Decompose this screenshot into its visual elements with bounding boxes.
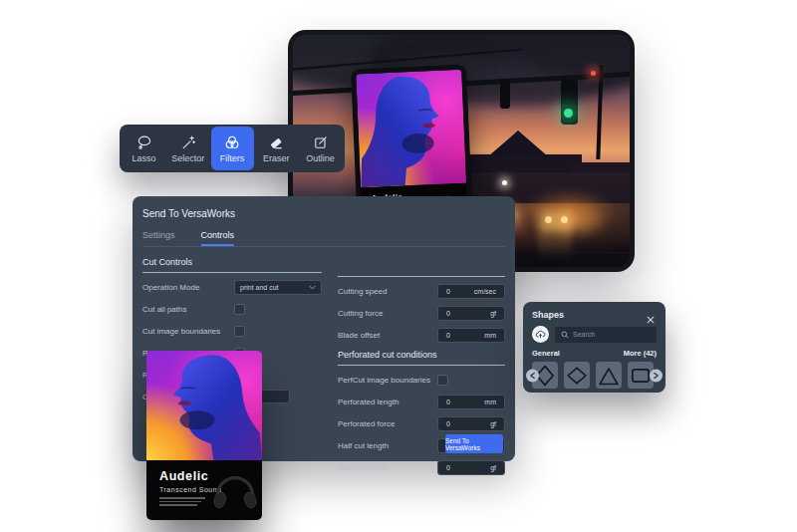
traffic-light <box>561 79 578 125</box>
field-value: 0 <box>446 420 450 427</box>
traffic-light <box>500 79 510 109</box>
send-to-versaworks-button[interactable]: Send To VersaWorks <box>445 434 503 453</box>
tab-settings[interactable]: Settings <box>142 230 175 246</box>
tool-label: Lasso <box>132 153 155 163</box>
headlight-reflection <box>538 223 572 259</box>
param-row: Perforated length 0 mm <box>338 391 505 412</box>
field-unit: cm/sec <box>474 288 496 295</box>
param-row: Cutting force 0 gf <box>338 302 505 324</box>
section-heading: Cut Controls <box>142 257 322 267</box>
section-underline <box>338 365 505 366</box>
poster-text-block: Audelic Transcend Sound <box>146 460 262 520</box>
upload-shape-button[interactable] <box>532 326 549 343</box>
outline-icon <box>313 134 329 150</box>
section-underline <box>338 276 505 277</box>
tools-toolbar: Lasso Selector Filters Eraser <box>120 125 345 172</box>
checkbox-cut-image-boundaries[interactable] <box>234 326 245 337</box>
search-input[interactable] <box>573 331 651 338</box>
carousel-right-button[interactable] <box>650 369 663 382</box>
field-unit: mm <box>484 399 496 405</box>
field-value: 0 <box>446 288 450 295</box>
field-label: Perforated force <box>338 419 395 428</box>
operation-mode-row: Operation Mode print and cut <box>142 276 322 298</box>
panel-tabs: Settings Controls <box>142 230 505 246</box>
diamond-shape-icon <box>566 365 588 387</box>
tab-controls[interactable]: Controls <box>201 230 235 246</box>
field-label: Cut all paths <box>142 305 186 314</box>
param-row: Cutting speed 0 cm/sec <box>338 280 505 302</box>
chevron-right-icon <box>654 372 659 379</box>
filters-icon <box>224 134 240 150</box>
field-label: Half cut force <box>338 463 385 472</box>
street-lamp <box>502 180 507 185</box>
search-icon <box>561 331 569 339</box>
tool-label: Filters <box>220 153 245 163</box>
shape-tile-triangle[interactable] <box>596 362 622 389</box>
section-underline <box>142 272 322 273</box>
green-traffic-light <box>564 109 573 118</box>
man-profile-silhouette <box>146 351 262 460</box>
field-label: Cutting force <box>338 309 383 318</box>
param-row: Perforated force 0 gf <box>338 412 505 434</box>
half-cut-force-input[interactable]: 0 gf <box>437 460 505 475</box>
magic-wand-icon <box>180 134 196 150</box>
building-gable <box>488 131 548 156</box>
field-value: 0 <box>446 310 450 317</box>
field-label: Perforated length <box>338 398 398 406</box>
carousel-left-button[interactable] <box>526 369 539 382</box>
perforated-force-input[interactable]: 0 gf <box>437 416 505 431</box>
tool-lasso[interactable]: Lasso <box>123 127 165 170</box>
portrait-artwork <box>356 70 466 188</box>
shape-search-box <box>555 327 657 343</box>
tool-label: Selector <box>171 153 204 163</box>
close-icon <box>647 316 655 324</box>
checkbox-cut-all-paths[interactable] <box>234 304 245 315</box>
panel-title: Shapes <box>532 310 564 320</box>
chevron-down-icon <box>309 285 316 290</box>
checkbox-row: Cut image boundaries <box>142 320 322 342</box>
triangle-shape-icon <box>598 365 620 387</box>
panel-title: Send To VersaWorks <box>142 208 505 219</box>
field-label: Cutting speed <box>338 287 387 296</box>
select-value: print and cut <box>240 284 279 291</box>
close-button[interactable] <box>647 310 657 320</box>
checkbox-perfcut-image-boundaries[interactable] <box>437 375 448 386</box>
red-traffic-light <box>591 71 596 76</box>
tool-label: Eraser <box>263 153 290 163</box>
shape-tile-diamond[interactable] <box>564 362 590 389</box>
chevron-left-icon <box>530 372 535 379</box>
field-value: 0 <box>446 399 450 405</box>
car-headlight <box>545 216 552 223</box>
tool-outline[interactable]: Outline <box>299 127 342 170</box>
field-unit: gf <box>490 420 496 427</box>
category-label: General <box>532 349 560 358</box>
tool-filters[interactable]: Filters <box>211 127 254 170</box>
field-label: Operation Mode <box>142 283 199 292</box>
rounded-rectangle-shape-icon <box>630 365 652 387</box>
field-label: Cut image boundaries <box>142 327 220 336</box>
cutting-force-input[interactable]: 0 gf <box>437 306 505 321</box>
field-value: 0 <box>446 332 450 339</box>
portrait-artwork <box>146 351 262 460</box>
eraser-icon <box>268 134 284 150</box>
cutting-speed-input[interactable]: 0 cm/sec <box>437 284 505 299</box>
shapes-panel: Shapes General More (42) <box>523 302 665 393</box>
field-unit: gf <box>490 464 496 471</box>
field-value: 0 <box>446 464 450 471</box>
tool-eraser[interactable]: Eraser <box>255 127 298 170</box>
checkbox-row: Cut all paths <box>142 298 322 320</box>
audelic-poster: Audelic Transcend Sound <box>146 351 262 520</box>
tool-selector[interactable]: Selector <box>166 127 209 170</box>
operation-mode-select[interactable]: print and cut <box>234 280 322 295</box>
param-row: Half cut force 0 gf <box>338 456 505 478</box>
man-profile-silhouette <box>356 70 466 188</box>
blade-offset-input[interactable]: 0 mm <box>437 328 505 343</box>
shape-tiles <box>532 362 657 389</box>
param-row: Blade offset 0 mm <box>338 324 505 346</box>
more-shapes-link[interactable]: More (42) <box>624 349 657 358</box>
app-canvas: Audelic Transcend Sound <box>0 0 797 532</box>
field-label: PerfCut image boundaries <box>338 376 430 385</box>
perforated-length-input[interactable]: 0 mm <box>437 395 505 409</box>
field-unit: gf <box>490 310 496 317</box>
cloud-upload-icon <box>535 330 546 339</box>
